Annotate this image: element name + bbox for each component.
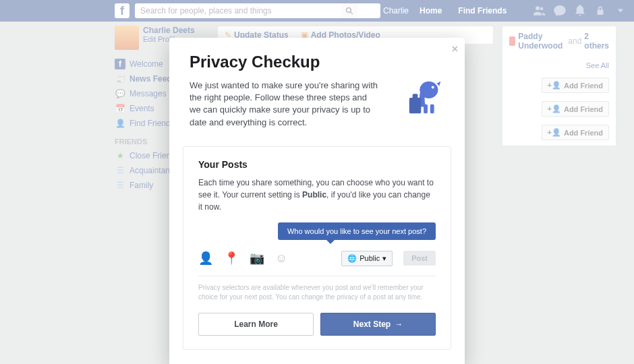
composer-preview: 👤 📍 📷 ☺ 🌐 Public ▾ Post <box>198 247 436 276</box>
audience-selector[interactable]: 🌐 Public ▾ <box>341 251 393 266</box>
your-posts-card: Your Posts Each time you share something… <box>183 146 451 350</box>
learn-more-button[interactable]: Learn More <box>198 313 314 336</box>
tag-people-icon[interactable]: 👤 <box>198 251 213 266</box>
emoji-icon[interactable]: ☺ <box>275 251 287 266</box>
fineprint: Privacy selectors are available whenever… <box>198 283 436 302</box>
modal-actions: Learn More Next Step → <box>198 313 436 336</box>
camera-icon[interactable]: 📷 <box>250 251 264 266</box>
dinosaur-illustration <box>405 75 447 117</box>
modal-intro: We just wanted to make sure you're shari… <box>190 80 378 129</box>
next-step-button[interactable]: Next Step → <box>320 313 436 336</box>
privacy-checkup-modal: × Privacy Checkup We just wanted to make… <box>169 38 465 364</box>
globe-icon: 🌐 <box>347 254 357 263</box>
card-body: Each time you share something, you can c… <box>198 177 436 213</box>
svg-rect-1 <box>424 104 428 114</box>
svg-rect-2 <box>430 104 434 114</box>
svg-rect-4 <box>409 98 421 113</box>
svg-rect-5 <box>413 94 418 99</box>
modal-title: Privacy Checkup <box>190 53 444 71</box>
post-button[interactable]: Post <box>403 251 436 266</box>
modal-overlay: × Privacy Checkup We just wanted to make… <box>0 0 634 364</box>
close-icon: × <box>452 43 458 55</box>
card-title: Your Posts <box>198 159 436 170</box>
svg-point-3 <box>432 86 434 89</box>
audience-tooltip: Who would you like to see your next post… <box>278 222 436 240</box>
arrow-right-icon: → <box>395 320 403 329</box>
chevron-down-icon: ▾ <box>382 254 386 263</box>
location-icon[interactable]: 📍 <box>224 251 239 266</box>
close-button[interactable]: × <box>452 43 458 55</box>
